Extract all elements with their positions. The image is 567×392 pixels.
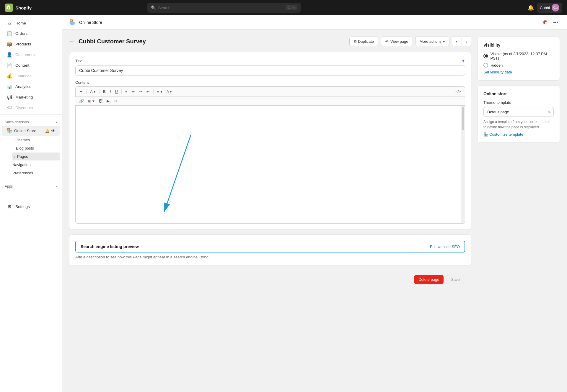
- toolbar-underline-btn[interactable]: U: [114, 88, 119, 95]
- online-store-card: Online store Theme template Default page…: [477, 85, 560, 143]
- visible-option[interactable]: Visible (as of 3/1/2023, 12:37 PM PST): [483, 52, 554, 60]
- back-button[interactable]: ←: [69, 38, 75, 45]
- logo-icon: [5, 4, 13, 12]
- sidebar-item-label: Products: [15, 42, 31, 46]
- editor-toolbar-row2: 🔗 ⊞ ▾ 🖼 ▶ ☺: [75, 97, 465, 106]
- title-field-label: Title ✦: [75, 58, 465, 64]
- editor-scrollbar[interactable]: [461, 106, 465, 223]
- sidebar-item-marketing[interactable]: 📢 Marketing: [2, 92, 60, 102]
- sidebar-item-blog-posts[interactable]: Blog posts: [12, 144, 60, 152]
- sidebar-item-navigation[interactable]: Navigation: [2, 161, 60, 169]
- page-header: ← Cubbi Customer Survey ⧉ Duplicate 👁 Vi…: [69, 37, 471, 46]
- eye-icon[interactable]: 👁: [51, 129, 55, 133]
- theme-template-select[interactable]: Default page: [483, 107, 554, 117]
- sidebar-item-orders[interactable]: 📋 Orders: [2, 28, 60, 39]
- toolbar-italic-btn[interactable]: I: [108, 88, 113, 95]
- theme-template-select-wrapper: Default page ⇅: [483, 107, 554, 117]
- toolbar-divider-3: [121, 89, 122, 94]
- theme-template-label: Theme template: [483, 100, 554, 105]
- sidebar-item-home[interactable]: ⌂ Home: [2, 18, 60, 28]
- page-area: ← Cubbi Customer Survey ⧉ Duplicate 👁 Vi…: [62, 29, 567, 296]
- more-options-icon[interactable]: •••: [551, 18, 560, 26]
- toolbar-code-btn[interactable]: </>: [454, 88, 462, 95]
- toolbar-font-size-btn[interactable]: A ▾: [89, 88, 97, 95]
- toolbar-bold-btn[interactable]: B: [102, 88, 107, 95]
- sidebar-item-settings[interactable]: ⚙ Settings: [2, 201, 60, 212]
- toolbar-indent-btn[interactable]: ⇥: [138, 88, 144, 95]
- sidebar-item-preferences[interactable]: Preferences: [2, 169, 60, 177]
- sidebar-item-label: Marketing: [15, 95, 33, 99]
- toolbar-divider-2: [99, 89, 100, 94]
- online-store-title: Online store: [483, 91, 554, 96]
- home-icon: ⌂: [6, 20, 12, 26]
- toolbar-video-btn[interactable]: ▶: [105, 98, 111, 104]
- editor-panel: ← Cubbi Customer Survey ⧉ Duplicate 👁 Vi…: [69, 37, 471, 289]
- topnav-right: 🔔 Cubbi Cu: [527, 3, 562, 13]
- toolbar-image-btn[interactable]: 🖼: [97, 98, 104, 104]
- apps-section: Apps ›: [0, 181, 62, 190]
- visibility-card: Visibility Visible (as of 3/1/2023, 12:3…: [477, 37, 560, 81]
- toolbar-outdent-btn[interactable]: ⇤: [145, 88, 151, 95]
- ai-sparkle-icon[interactable]: ✦: [461, 58, 465, 64]
- more-actions-button[interactable]: More actions ▾: [415, 37, 449, 46]
- edit-website-seo-button[interactable]: Edit website SEO: [430, 245, 460, 249]
- search-input[interactable]: [158, 6, 284, 10]
- sidebar-item-online-store[interactable]: 🏪 Online Store 🔔 👁: [2, 126, 60, 136]
- toolbar-table-btn[interactable]: ⊞ ▾: [87, 98, 96, 104]
- sidebar-item-finances[interactable]: 💰 Finances: [2, 71, 60, 81]
- set-visibility-date-button[interactable]: Set visibility date: [483, 70, 554, 74]
- notification-bell-icon[interactable]: 🔔: [527, 4, 534, 11]
- shopify-logo[interactable]: Shopify: [5, 4, 32, 12]
- online-store-actions: 🔔 👁: [45, 129, 55, 133]
- toolbar-ul-btn[interactable]: ≡: [124, 88, 129, 95]
- discounts-icon: 🏷: [6, 105, 12, 110]
- chevron-right-icon: ›: [56, 120, 57, 124]
- search-bar[interactable]: 🔍 Ctrl K: [147, 3, 301, 13]
- delete-page-button[interactable]: Delete page: [414, 275, 444, 284]
- content-label: Content: [75, 80, 465, 85]
- pin-icon[interactable]: 📌: [540, 18, 549, 26]
- toolbar-color-btn[interactable]: A ▾: [165, 88, 174, 95]
- user-menu[interactable]: Cubbi Cu: [537, 3, 562, 13]
- toolbar-sparkle-btn[interactable]: ✦: [78, 88, 84, 95]
- sidebar-item-customers[interactable]: 👤 Customers: [2, 50, 60, 60]
- nav-arrows: ‹ ›: [452, 37, 471, 46]
- right-panel: Visibility Visible (as of 3/1/2023, 12:3…: [477, 37, 560, 289]
- view-page-button[interactable]: 👁 View page: [381, 37, 413, 46]
- editor-body[interactable]: [75, 106, 465, 224]
- sidebar-item-label: Orders: [15, 31, 27, 36]
- save-button[interactable]: Save: [447, 275, 464, 284]
- customize-template-button[interactable]: 🏪 Customize template: [483, 132, 554, 137]
- eye-view-icon: 👁: [385, 39, 389, 44]
- toolbar-align-btn[interactable]: ≡ ▾: [156, 88, 164, 95]
- sidebar-item-themes[interactable]: Themes: [12, 136, 60, 144]
- avatar: Cu: [552, 4, 559, 12]
- toolbar-link-btn[interactable]: 🔗: [78, 98, 85, 104]
- toolbar-ol-btn[interactable]: ≣: [130, 88, 136, 95]
- visible-radio: [483, 54, 488, 58]
- sidebar-item-content[interactable]: 📄 Content: [2, 60, 60, 70]
- toolbar-emoji-btn[interactable]: ☺: [112, 98, 119, 104]
- secondary-nav-actions: 📌 •••: [540, 18, 560, 26]
- bell-small-icon[interactable]: 🔔: [45, 129, 50, 133]
- sidebar-sub-menu: Themes Blog posts › Pages: [0, 136, 62, 160]
- sidebar-item-analytics[interactable]: 📊 Analytics: [2, 81, 60, 92]
- sidebar-item-label: Discounts: [15, 106, 33, 110]
- next-page-button[interactable]: ›: [462, 37, 471, 46]
- prev-page-button[interactable]: ‹: [452, 37, 461, 46]
- secondary-nav: 🏪 Online Store 📌 •••: [62, 15, 567, 29]
- duplicate-icon: ⧉: [354, 39, 356, 44]
- sidebar-item-products[interactable]: 📦 Products: [2, 39, 60, 49]
- sidebar-item-discounts[interactable]: 🏷 Discounts: [2, 103, 60, 113]
- sidebar-item-label: Home: [15, 21, 26, 25]
- duplicate-button[interactable]: ⧉ Duplicate: [349, 37, 378, 46]
- apps-chevron-icon: ›: [56, 184, 57, 188]
- template-description: Assign a template from your current them…: [483, 119, 554, 130]
- customize-icon: 🏪: [483, 132, 488, 137]
- bottom-actions: Delete page Save: [69, 270, 471, 289]
- title-input[interactable]: [75, 65, 465, 76]
- sidebar-item-pages[interactable]: › Pages: [12, 152, 60, 160]
- hidden-option[interactable]: Hidden: [483, 63, 554, 68]
- sidebar-online-store-label: Online Store: [14, 129, 36, 133]
- page-header-actions: ⧉ Duplicate 👁 View page More actions ▾: [349, 37, 471, 46]
